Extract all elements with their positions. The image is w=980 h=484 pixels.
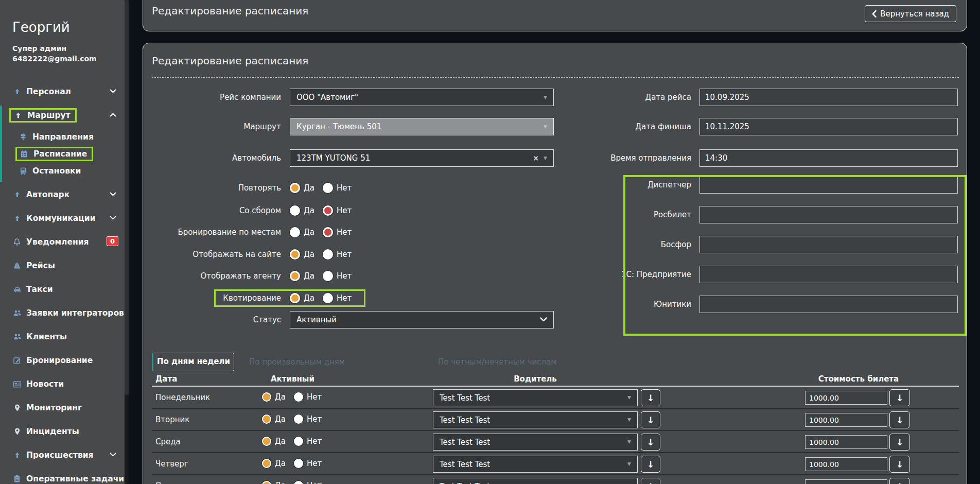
back-button[interactable]: Вернуться назад <box>865 5 956 22</box>
sidebar-item-bronirovanie[interactable]: Бронирование <box>0 353 125 368</box>
row2-driver-fill-down-button[interactable]: ↓ <box>641 434 660 451</box>
row3-active-radio-no[interactable] <box>294 459 303 468</box>
quota-radio-no[interactable] <box>323 293 333 303</box>
row3-active-radio-yes[interactable] <box>262 459 271 468</box>
page-title: Редактирование расписания <box>152 5 308 17</box>
radio-yes-label: Да <box>275 414 286 424</box>
bosfor-input[interactable] <box>699 236 958 253</box>
show-to-agent-label: Отображать агенту <box>152 271 281 281</box>
sidebar-item-avtopark[interactable]: Автопарк <box>0 187 125 202</box>
radio-no-label: Нет <box>337 250 352 259</box>
with-fee-radio-no[interactable] <box>323 205 333 216</box>
sidebar-item-klienty[interactable]: Клиенты <box>0 329 125 344</box>
show-to-agent-radio-no[interactable] <box>323 271 333 281</box>
sidebar-item-kommunikacii[interactable]: Коммуникации <box>0 211 125 226</box>
show-to-agent-radio-yes[interactable] <box>290 271 300 281</box>
sidebar-item-monitoring[interactable]: Мониторинг <box>0 400 125 416</box>
sidebar-item-raspisanie[interactable]: Расписание <box>0 146 125 162</box>
seat-booking-radio-yes[interactable] <box>290 227 300 237</box>
row4-driver-fill-down-button[interactable]: ↓ <box>641 478 660 484</box>
row1-driver-fill-down-button[interactable]: ↓ <box>641 411 660 428</box>
company-flight-select[interactable]: ООО "Автомиг"▼ <box>290 89 554 106</box>
sidebar-item-taksi[interactable]: Такси <box>0 282 125 297</box>
row3-driver-fill-down-button[interactable]: ↓ <box>641 456 660 473</box>
date-start-input[interactable]: 10.09.2025 <box>699 89 958 106</box>
unitiki-input[interactable] <box>699 296 958 313</box>
sidebar-item-uvedomleniya[interactable]: Уведомления0 <box>0 234 125 250</box>
tab-by-weekdays[interactable]: По дням недели <box>152 353 234 371</box>
users-icon <box>12 308 22 318</box>
quota-radio-yes[interactable] <box>290 293 300 303</box>
row4-price-input[interactable]: 1000.00 <box>805 479 887 484</box>
row0-price-input[interactable]: 1000.00 <box>805 391 887 405</box>
row3-price-input[interactable]: 1000.00 <box>805 457 887 471</box>
row1-price-input[interactable]: 1000.00 <box>805 413 887 427</box>
row0-active-radio-yes[interactable] <box>262 392 271 402</box>
row2-active-radio-no[interactable] <box>294 437 303 446</box>
sidebar-item-label: Автопарк <box>26 190 69 199</box>
dropdown-arrow-icon: ▼ <box>544 125 547 129</box>
row1-price-fill-down-button[interactable]: ↓ <box>889 411 910 428</box>
status-select[interactable]: Активный <box>290 311 554 329</box>
seat-booking-radio-no[interactable] <box>323 227 333 237</box>
row4-active-radio-no[interactable] <box>294 481 303 484</box>
rosbilet-input[interactable] <box>699 206 958 223</box>
sidebar-item-novosti[interactable]: Новости <box>0 376 125 392</box>
vehicle-select[interactable]: 123TM YUTONG 51×▼ <box>290 149 554 167</box>
depart-time-input[interactable]: 14:30 <box>699 149 958 167</box>
sidebar-item-marshrut[interactable]: Маршрут <box>0 108 125 123</box>
sidebar-scrollbar-thumb[interactable] <box>125 0 129 395</box>
tab-by-arbitrary-days[interactable]: По произвольным дням <box>249 353 345 371</box>
row0-driver-select[interactable]: Test Test Test▼ <box>433 389 638 406</box>
row2-price-fill-down-button[interactable]: ↓ <box>889 434 910 451</box>
row3-price-fill-down-button[interactable]: ↓ <box>889 456 910 473</box>
repeat-radio-yes[interactable] <box>290 183 300 193</box>
row1-active-radio-no[interactable] <box>294 414 303 424</box>
row0-price-fill-down-button[interactable]: ↓ <box>889 389 910 406</box>
with-fee-radio-yes[interactable] <box>290 205 300 216</box>
row3-driver-select[interactable]: Test Test Test▼ <box>433 456 638 473</box>
dispatcher-input[interactable] <box>699 176 958 194</box>
vehicle-label: Автомобиль <box>152 153 281 163</box>
bosfor-label: Босфор <box>555 240 691 249</box>
sidebar-scrollbar-track[interactable] <box>125 0 129 484</box>
company-flight-label: Рейс компании <box>152 93 281 102</box>
route-value: Курган - Тюмень 501 <box>296 122 381 131</box>
route-select[interactable]: Курган - Тюмень 501▼ <box>290 118 554 135</box>
row4-price-fill-down-button[interactable]: ↓ <box>889 478 910 484</box>
sidebar-item-zayavki-integratorov[interactable]: Заявки интеграторов <box>0 305 125 321</box>
row2-driver-select[interactable]: Test Test Test▼ <box>433 434 638 451</box>
sidebar-item-napravleniya[interactable]: Направления <box>0 129 125 145</box>
sidebar-item-ostanovki[interactable]: Остановки <box>0 163 125 179</box>
row0-driver-fill-down-button[interactable]: ↓ <box>641 389 660 406</box>
sidebar-item-operativnye-zadachi[interactable]: Оперативные задачи <box>0 471 125 484</box>
divider <box>152 77 959 78</box>
one-c-input[interactable] <box>699 266 958 283</box>
sidebar-item-reysy[interactable]: Рейсы <box>0 258 125 273</box>
repeat-radio-no[interactable] <box>323 183 333 193</box>
sidebar-item-incidenty[interactable]: Инциденты <box>0 424 125 439</box>
clear-icon[interactable]: × <box>533 154 539 162</box>
row2-price-input[interactable]: 1000.00 <box>805 435 887 449</box>
row4-driver-select[interactable]: Test Test Test▼ <box>433 478 638 484</box>
row1-active-radio-yes[interactable] <box>262 414 271 424</box>
dropdown-arrow-icon: ▼ <box>627 440 631 444</box>
date-finish-input[interactable]: 10.11.2025 <box>699 118 958 135</box>
row1-driver-select[interactable]: Test Test Test▼ <box>433 411 638 428</box>
nav-item-inner: Коммуникации <box>12 212 100 224</box>
tab-by-even-odd[interactable]: По четным/нечетным числам <box>438 353 557 371</box>
chevron-up-icon <box>110 113 116 117</box>
tasks-icon <box>12 474 22 483</box>
sidebar-item-proisshestviya[interactable]: Происшествия <box>0 447 125 463</box>
show-on-site-radio-no[interactable] <box>323 249 333 260</box>
table-header-3: Стоимость билета <box>797 374 920 384</box>
sidebar-item-personal[interactable]: Персонал <box>0 84 125 99</box>
show-on-site-radios: ДаНет <box>290 249 352 260</box>
row4-active-radio-yes[interactable] <box>262 481 271 484</box>
row0-active-radio-no[interactable] <box>294 392 303 402</box>
route-icon <box>13 111 23 120</box>
row2-active-radio-yes[interactable] <box>262 437 271 446</box>
show-on-site-radio-yes[interactable] <box>290 249 300 260</box>
highlight-box: Расписание <box>15 147 93 161</box>
radio-no-label: Нет <box>307 459 322 468</box>
